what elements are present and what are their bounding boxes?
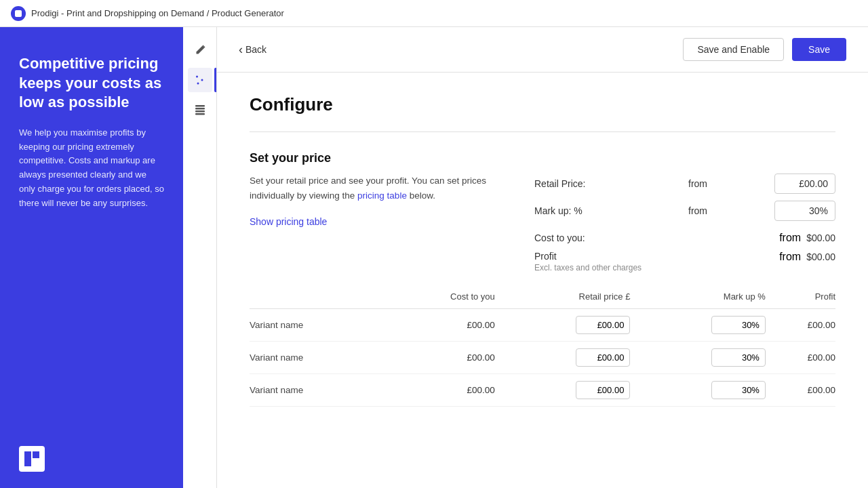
page-content: Configure Set your price Set your retail… <box>217 73 868 488</box>
content-area: ‹ Back Save and Enable Save Configure Se… <box>217 27 868 488</box>
table-row: Variant name £00.00 £00.00 <box>250 342 835 374</box>
col-retail: Retail price £ <box>495 291 631 309</box>
back-button[interactable]: ‹ Back <box>239 43 267 56</box>
section-divider <box>250 131 835 132</box>
cost-cell: £00.00 <box>384 309 495 342</box>
sidebar-logo <box>19 446 45 472</box>
cost-cell: £00.00 <box>384 374 495 407</box>
save-button[interactable]: Save <box>792 38 846 61</box>
svg-rect-2 <box>33 451 39 458</box>
svg-rect-9 <box>195 113 205 115</box>
svg-point-5 <box>197 83 199 85</box>
col-cost: Cost to you <box>384 291 495 309</box>
cost-value: $00.00 <box>806 232 835 243</box>
cost-cell: £00.00 <box>384 342 495 374</box>
markup-cell <box>630 309 766 342</box>
markup-cell <box>630 342 766 374</box>
retail-cell <box>495 342 631 374</box>
profit-cell: £00.00 <box>766 342 835 374</box>
profit-note: Excl. taxes and other charges <box>534 263 642 272</box>
nav-item-pencil[interactable] <box>188 38 212 62</box>
profit-cell: £00.00 <box>766 309 835 342</box>
profit-from-label: from <box>779 251 801 263</box>
retail-price-input[interactable] <box>774 174 835 194</box>
section-description: Set your retail price and see your profi… <box>250 174 507 203</box>
retail-input-2[interactable] <box>576 381 630 399</box>
profit-label: Profit <box>534 251 642 262</box>
variant-name-cell: Variant name <box>250 309 384 342</box>
svg-rect-1 <box>24 451 31 466</box>
markup-input-2[interactable] <box>711 381 766 399</box>
sidebar-left: Competitive pricing keeps your costs as … <box>0 27 183 488</box>
save-enable-button[interactable]: Save and Enable <box>683 38 784 61</box>
profit-value-row: from $00.00 <box>779 251 835 263</box>
icon-nav <box>183 27 217 488</box>
page-title: Configure <box>250 94 835 115</box>
retail-price-label: Retail Price: <box>534 178 629 189</box>
action-buttons: Save and Enable Save <box>683 38 846 61</box>
markup-from-label: from <box>688 205 707 216</box>
table-row: Variant name £00.00 £00.00 <box>250 374 835 407</box>
table-row: Variant name £00.00 £00.00 <box>250 309 835 342</box>
nav-active-indicator <box>214 68 216 92</box>
svg-point-3 <box>196 76 198 78</box>
pricing-right: Retail Price: from Mark up: % from Cost … <box>534 174 835 275</box>
cost-profit-section: Cost to you: from $00.00 Profit Excl. ta… <box>534 232 835 272</box>
show-pricing-table-link[interactable]: Show pricing table <box>250 216 327 227</box>
table-header-row: Cost to you Retail price £ Mark up % Pro… <box>250 291 835 309</box>
retail-input-1[interactable] <box>576 348 630 367</box>
sidebar-heading: Competitive pricing keeps your costs as … <box>19 54 164 113</box>
svg-rect-7 <box>195 108 205 110</box>
nav-item-sliders[interactable] <box>188 68 212 92</box>
cost-row: Cost to you: from $00.00 <box>534 232 835 244</box>
markup-label: Mark up: % <box>534 205 629 216</box>
pricing-layout: Set your retail price and see your profi… <box>250 174 835 275</box>
svg-rect-0 <box>15 10 22 17</box>
retail-cell <box>495 309 631 342</box>
top-bar-title: Prodigi - Print and Dropshipping on Dema… <box>31 8 284 18</box>
variant-name-cell: Variant name <box>250 374 384 407</box>
pricing-table-link[interactable]: pricing table <box>357 190 407 201</box>
back-arrow-icon: ‹ <box>239 43 243 56</box>
nav-item-table[interactable] <box>188 98 212 122</box>
markup-input-0[interactable] <box>711 316 766 334</box>
retail-from-label: from <box>688 178 707 189</box>
variant-table: Cost to you Retail price £ Mark up % Pro… <box>250 291 835 407</box>
retail-price-row: Retail Price: from <box>534 174 835 194</box>
markup-cell <box>630 374 766 407</box>
main-layout: Competitive pricing keeps your costs as … <box>0 27 868 488</box>
retail-cell <box>495 374 631 407</box>
variant-name-cell: Variant name <box>250 342 384 374</box>
markup-row: Mark up: % from <box>534 201 835 221</box>
svg-rect-6 <box>195 105 205 107</box>
col-markup: Mark up % <box>630 291 766 309</box>
markup-input-1[interactable] <box>711 348 766 367</box>
action-bar: ‹ Back Save and Enable Save <box>217 27 868 73</box>
svg-rect-8 <box>195 110 205 113</box>
profit-label-group: Profit Excl. taxes and other charges <box>534 251 642 272</box>
retail-input-0[interactable] <box>576 316 630 334</box>
svg-point-4 <box>201 79 203 81</box>
set-price-section-title: Set your price <box>250 151 835 165</box>
desc-text-2: below. <box>407 190 435 201</box>
profit-row: Profit Excl. taxes and other charges fro… <box>534 251 835 272</box>
sidebar-body: We help you maximise profits by keeping … <box>19 126 164 211</box>
col-profit: Profit <box>766 291 835 309</box>
back-label: Back <box>245 44 267 55</box>
pricing-left: Set your retail price and see your profi… <box>250 174 507 275</box>
col-variant <box>250 291 384 309</box>
cost-label: Cost to you: <box>534 232 629 243</box>
markup-input[interactable] <box>774 201 835 221</box>
cost-value-row: from $00.00 <box>779 232 835 244</box>
profit-value: $00.00 <box>806 251 835 262</box>
profit-cell: £00.00 <box>766 374 835 407</box>
app-logo <box>11 6 26 21</box>
top-bar: Prodigi - Print and Dropshipping on Dema… <box>0 0 868 27</box>
cost-from-label: from <box>779 232 801 244</box>
